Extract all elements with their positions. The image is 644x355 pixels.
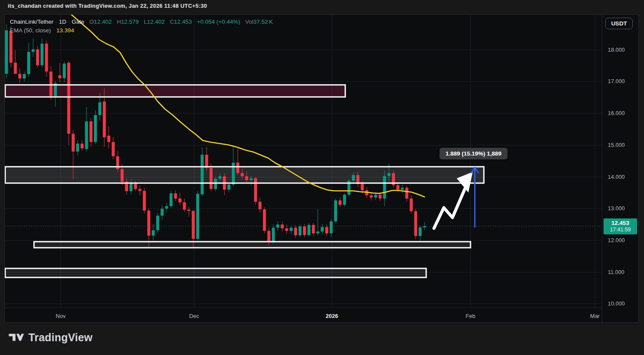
time-axis[interactable]: NovDec2026FebMar <box>56 313 600 319</box>
svg-text:Dec: Dec <box>189 313 199 319</box>
price-axis-label: 12.000 <box>608 237 625 243</box>
svg-text:2026: 2026 <box>326 313 338 319</box>
candlesticks <box>5 24 426 247</box>
bar-countdown: 17:41:59 <box>604 227 637 233</box>
current-price-value: 12.453 <box>604 219 637 227</box>
currency-toggle-button[interactable]: USDT <box>605 18 633 29</box>
chart-pane[interactable]: NovDec2026FebMar <box>5 15 602 322</box>
grid-lines <box>5 15 602 308</box>
price-axis-label: 18.000 <box>608 47 625 53</box>
tradingview-logo-icon <box>9 330 24 345</box>
price-axis-label: 11.000 <box>608 269 625 275</box>
measure-tooltip: 1.889 (15.19%) 1,889 <box>440 148 508 159</box>
tradingview-logo-text: TradingView <box>28 331 93 344</box>
price-axis-label: 17.000 <box>608 78 625 84</box>
attribution-text: its_chandan created with TradingView.com… <box>8 3 207 9</box>
price-axis-label: 14.000 <box>608 174 625 180</box>
svg-text:Nov: Nov <box>56 313 66 319</box>
zone-fills <box>5 85 484 277</box>
svg-text:Feb: Feb <box>466 313 475 319</box>
tradingview-logo[interactable]: TradingView <box>9 330 93 345</box>
price-axis[interactable]: USDT 12.453 17:41:59 18.00017.00016.0001… <box>602 15 639 322</box>
price-axis-label: 10.000 <box>608 301 625 307</box>
price-axis-label: 13.000 <box>608 206 625 212</box>
current-price-tag: 12.453 17:41:59 <box>604 218 637 234</box>
svg-text:Mar: Mar <box>590 313 600 319</box>
tradingview-snapshot: { "attribution": "its_chandan created wi… <box>0 0 644 355</box>
price-axis-label: 15.000 <box>608 142 625 148</box>
chart-frame: NovDec2026FebMar ChainLink/Tether·1D·Gat… <box>4 14 639 323</box>
price-axis-label: 16.000 <box>608 110 625 116</box>
